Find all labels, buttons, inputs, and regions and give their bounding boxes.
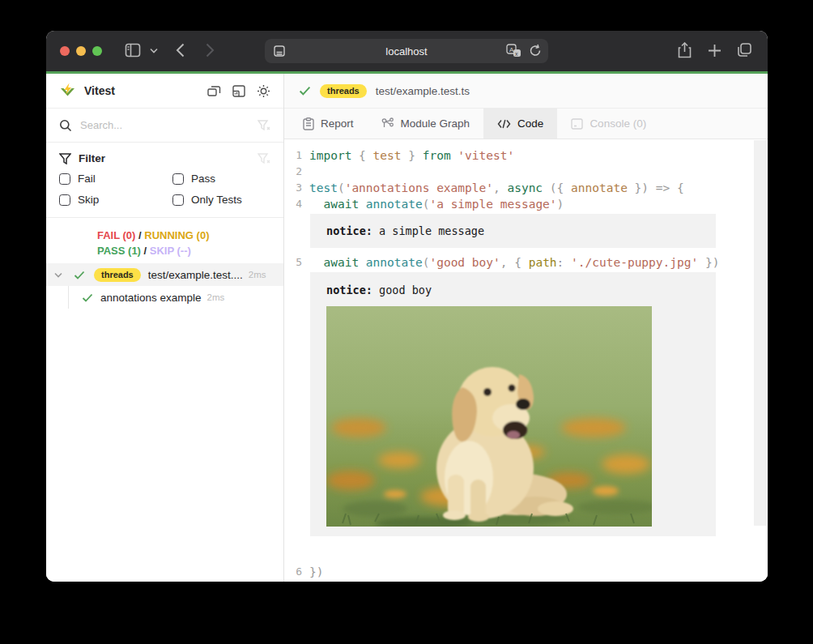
filter-checkbox-skip[interactable]: Skip — [59, 194, 172, 206]
pool-badge: threads — [94, 268, 141, 282]
annotation-label: notice: — [326, 284, 372, 296]
test-duration: 2ms — [249, 270, 266, 279]
chevron-down-icon[interactable] — [54, 272, 67, 278]
collapse-windows-icon[interactable] — [207, 85, 221, 97]
code-line: 7 — [284, 580, 768, 582]
tab-report[interactable]: Report — [289, 109, 368, 139]
pass-check-icon — [299, 86, 311, 96]
checkbox-icon[interactable] — [59, 194, 70, 206]
test-case-name[interactable]: annotations example — [100, 292, 202, 304]
address-bar[interactable]: localhost A x — [265, 39, 548, 63]
browser-window: localhost A x — [46, 31, 768, 582]
reader-icon[interactable] — [273, 45, 286, 58]
clear-search-filter-icon — [258, 120, 270, 131]
code-viewer[interactable]: 1import { test } from 'vitest'23test('an… — [284, 140, 768, 582]
pass-count: PASS (1) — [97, 245, 141, 257]
pool-badge: threads — [320, 84, 367, 98]
minimize-window-button[interactable] — [76, 46, 86, 56]
new-tab-icon[interactable] — [708, 44, 721, 58]
code-icon — [497, 119, 511, 129]
svg-text:x: x — [515, 51, 518, 57]
back-icon[interactable] — [176, 43, 185, 58]
file-header: threads test/example.test.ts — [284, 74, 768, 109]
reload-icon[interactable] — [529, 44, 542, 58]
dashboard-icon[interactable] — [232, 85, 245, 97]
forward-icon — [206, 43, 215, 58]
main-panel: threads test/example.test.ts Report — [284, 74, 768, 582]
test-file-row[interactable]: threads test/example.test.... 2ms — [46, 263, 283, 286]
vitest-logo-icon — [59, 83, 76, 99]
checkbox-icon[interactable] — [172, 194, 184, 206]
filter-checkbox-pass[interactable]: Pass — [172, 173, 270, 185]
tab-overview-icon[interactable] — [736, 42, 752, 58]
theme-toggle-sun-icon[interactable] — [257, 84, 270, 98]
sidebar: Vitest — [46, 74, 284, 582]
test-summary: FAIL (0) / RUNNING (0) PASS (1) / SKIP (… — [46, 218, 283, 263]
tab-console: Console (0) — [557, 109, 660, 139]
line-number: 3 — [284, 180, 309, 196]
code-content: 1import { test } from 'vitest'23test('an… — [284, 147, 768, 582]
console-icon — [571, 118, 583, 130]
line-number: 2 — [284, 164, 309, 180]
tab-module-graph[interactable]: Module Graph — [368, 109, 484, 139]
code-line: 3test('annotations example', async ({ an… — [284, 180, 768, 196]
window-controls — [60, 46, 102, 56]
search-input[interactable] — [80, 119, 258, 131]
code-line: 5 await annotate('good boy', { path: './… — [284, 254, 768, 271]
filter-checkbox-fail[interactable]: Fail — [59, 173, 172, 185]
fail-count: FAIL (0) — [97, 229, 135, 241]
code-line: 2 — [284, 164, 768, 180]
running-count: RUNNING (0) — [144, 229, 209, 241]
test-duration: 2ms — [207, 292, 225, 302]
indent-guide — [68, 286, 69, 309]
annotation-notice: notice: good boy — [310, 272, 716, 536]
module-graph-icon — [381, 117, 394, 130]
skip-count: SKIP (--) — [150, 245, 191, 257]
annotation-notice: notice: a simple message — [310, 214, 716, 248]
funnel-icon — [59, 153, 71, 164]
line-number: 1 — [284, 147, 309, 164]
checkbox-icon[interactable] — [172, 173, 184, 185]
line-number: 7 — [284, 580, 309, 582]
line-number: 4 — [284, 196, 309, 212]
pass-check-icon — [74, 271, 85, 279]
clear-filter-icon — [258, 153, 270, 164]
zoom-window-button[interactable] — [92, 46, 102, 56]
browser-toolbar: localhost A x — [46, 31, 768, 71]
scrollbar[interactable] — [754, 140, 767, 526]
pass-check-icon — [82, 293, 93, 302]
filter-section: Filter Fail Pass — [46, 143, 283, 218]
code-line: 1import { test } from 'vitest' — [284, 147, 768, 164]
close-window-button[interactable] — [60, 46, 70, 56]
test-file-name[interactable]: test/example.test.... — [148, 269, 243, 281]
annotation-label: notice: — [326, 224, 372, 237]
code-line: 4 await annotate('a simple message') — [284, 196, 768, 212]
line-number: 5 — [284, 254, 309, 271]
checkbox-icon[interactable] — [59, 173, 70, 185]
code-line: 6}) — [284, 564, 768, 580]
sidebar-toggle-icon[interactable] — [125, 43, 141, 58]
cute-puppy-photo — [326, 306, 652, 527]
tab-bar: Report Module Graph — [284, 109, 768, 139]
filter-title: Filter — [79, 152, 105, 164]
line-number: 6 — [284, 564, 309, 580]
chevron-down-icon[interactable] — [150, 48, 158, 53]
tab-code[interactable]: Code — [483, 109, 557, 139]
share-icon[interactable] — [678, 42, 692, 59]
app-title: Vitest — [84, 84, 115, 97]
report-icon — [303, 117, 314, 130]
file-path: test/example.test.ts — [376, 85, 470, 97]
translate-icon[interactable]: A x — [506, 44, 521, 58]
filter-checkbox-only-tests[interactable]: Only Tests — [172, 194, 270, 206]
test-case-row[interactable]: annotations example 2ms — [46, 286, 283, 309]
search-icon — [59, 119, 72, 132]
